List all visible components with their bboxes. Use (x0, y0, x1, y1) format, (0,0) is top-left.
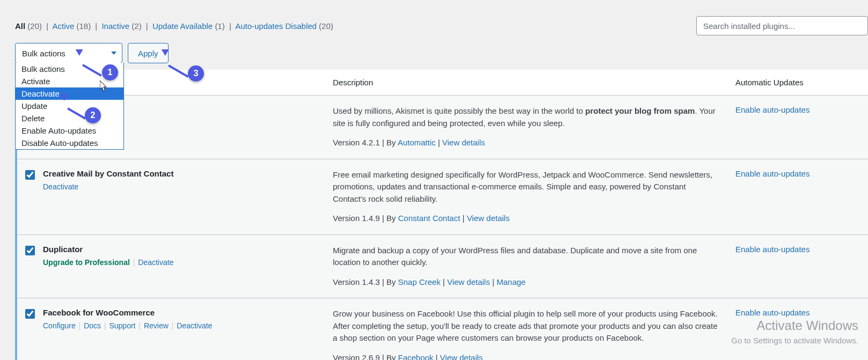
review-link[interactable]: Review (144, 321, 169, 330)
view-details-link[interactable]: View details (440, 353, 483, 361)
view-details-link[interactable]: View details (442, 138, 485, 147)
configure-link[interactable]: Configure (43, 321, 76, 330)
docs-link[interactable]: Docs (84, 321, 101, 330)
chevron-down-icon (111, 52, 116, 55)
bulk-option-delete[interactable]: Delete (16, 112, 123, 124)
enable-auto-updates-link[interactable]: Enable auto-updates (735, 308, 809, 317)
plugin-filters: All (20) | Active (18) | Inactive (2) | … (15, 21, 333, 31)
table-row: Facebook for WooCommerce Configure | Doc… (17, 298, 868, 360)
annotation-badge-2: 2 (85, 107, 101, 123)
plugin-author-link[interactable]: Snap Creek (398, 277, 440, 286)
annotation-badge-3: 3 (188, 65, 204, 82)
annotation-badge-1: 1 (102, 64, 118, 80)
bulk-option-deactivate[interactable]: Deactivate (16, 87, 123, 100)
enable-auto-updates-link[interactable]: Enable auto-updates (735, 245, 809, 254)
table-row: Used by millions, Akismet is quite possi… (17, 95, 868, 159)
plugin-author-link[interactable]: Constant Contact (398, 214, 460, 223)
filter-active[interactable]: Active (18) (52, 21, 91, 31)
filter-update-available[interactable]: Update Available (1) (152, 21, 225, 31)
plugin-checkbox[interactable] (25, 309, 35, 319)
table-row: Duplicator Upgrade to Professional | Dea… (17, 235, 868, 299)
deactivate-link[interactable]: Deactivate (177, 321, 212, 330)
filter-auto-disabled[interactable]: Auto-updates Disabled (20) (235, 21, 333, 31)
table-row: Creative Mail by Constant Contact Deacti… (17, 159, 868, 235)
search-input[interactable] (696, 16, 868, 35)
plugin-author-link[interactable]: Automattic (398, 138, 436, 147)
plugin-description: Migrate and backup a copy of your WordPr… (333, 246, 697, 267)
deactivate-link[interactable]: Deactivate (43, 182, 78, 191)
support-link[interactable]: Support (109, 321, 135, 330)
column-description: Description (333, 78, 735, 87)
plugin-description: Grow your business on Facebook! Use this… (333, 309, 718, 342)
plugin-title: Creative Mail by Constant Contact (43, 169, 333, 178)
column-auto-updates: Automatic Updates (735, 78, 868, 87)
bulk-selected-label: Bulk actions (22, 49, 65, 58)
plugin-author-link[interactable]: Facebook (398, 353, 433, 361)
filter-inactive[interactable]: Inactive (2) (101, 21, 141, 31)
bulk-option-enable-auto[interactable]: Enable Auto-updates (16, 124, 123, 137)
manage-link[interactable]: Manage (497, 277, 526, 286)
plugin-description: Free email marketing designed specifical… (333, 170, 712, 203)
view-details-link[interactable]: View details (467, 214, 510, 223)
filter-all[interactable]: All (20) (15, 21, 42, 31)
bulk-actions-select[interactable]: Bulk actions (15, 43, 122, 63)
view-details-link[interactable]: View details (447, 277, 490, 286)
bulk-option-disable-auto[interactable]: Disable Auto-updates (16, 137, 123, 149)
plugin-title: Duplicator (43, 245, 333, 254)
enable-auto-updates-link[interactable]: Enable auto-updates (735, 169, 809, 178)
plugin-checkbox[interactable] (25, 246, 35, 255)
plugin-title: Facebook for WooCommerce (43, 308, 333, 317)
enable-auto-updates-link[interactable]: Enable auto-updates (735, 105, 809, 114)
plugin-description: Used by millions, Akismet is quite possi… (333, 106, 716, 128)
deactivate-link[interactable]: Deactivate (138, 258, 173, 267)
plugin-checkbox[interactable] (25, 170, 35, 180)
upgrade-link[interactable]: Upgrade to Professional (43, 258, 130, 267)
table-header: Description Automatic Updates (17, 70, 868, 95)
